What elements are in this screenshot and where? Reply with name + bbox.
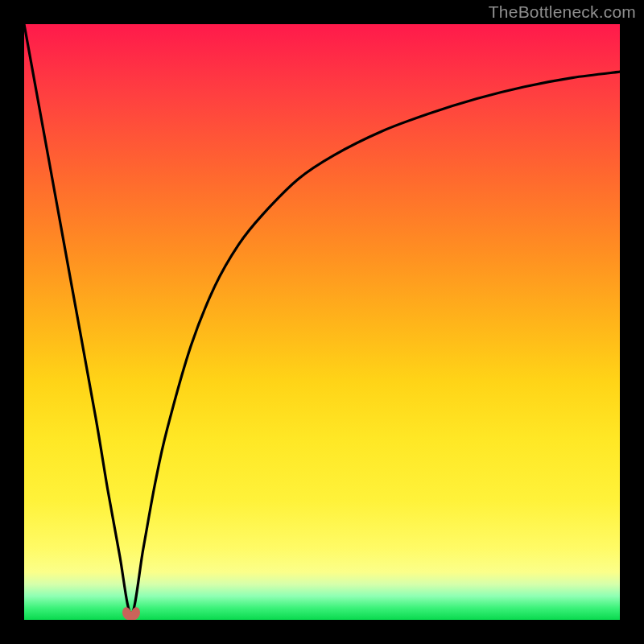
chart-frame: TheBottleneck.com	[0, 0, 644, 644]
watermark-text: TheBottleneck.com	[489, 2, 636, 22]
bottleneck-curve	[24, 24, 620, 620]
curve-path	[24, 24, 620, 614]
plot-area	[24, 24, 620, 620]
